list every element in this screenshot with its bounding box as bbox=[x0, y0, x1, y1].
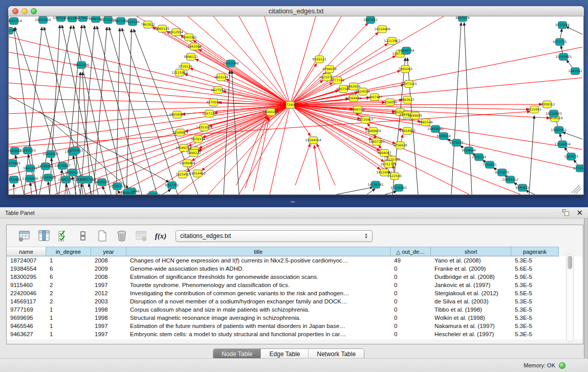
table-cell[interactable]: Stergiakouli et al. (2012) bbox=[431, 289, 511, 297]
table-cell[interactable]: 0 bbox=[390, 314, 431, 322]
table-cell[interactable]: Tourette syndrome. Phenomenology and cla… bbox=[126, 281, 390, 289]
table-cell[interactable]: 5.3E-5 bbox=[511, 297, 559, 305]
graph-node[interactable]: 20691406 bbox=[35, 16, 51, 24]
graph-node[interactable]: 9474444 bbox=[462, 147, 476, 154]
table-cell[interactable]: 9463627 bbox=[7, 330, 46, 338]
graph-node[interactable]: 8912954 bbox=[169, 29, 183, 36]
table-cell[interactable]: 6 bbox=[46, 273, 91, 281]
select-checks-icon[interactable] bbox=[57, 229, 70, 243]
network-window-titlebar[interactable]: citations_edges.txt bbox=[8, 6, 584, 16]
table-cell[interactable]: 5.3E-5 bbox=[511, 305, 559, 314]
table-cell[interactable]: Jankovic et al. (1997) bbox=[431, 281, 511, 289]
table-cell[interactable]: 5.9E-5 bbox=[511, 273, 559, 281]
table-row[interactable]: 2242004622012Investigating the contribut… bbox=[7, 289, 583, 297]
table-cell[interactable]: 1 bbox=[46, 314, 91, 322]
column-header-title[interactable]: title bbox=[126, 247, 390, 256]
table-cell[interactable]: 5.3E-5 bbox=[511, 322, 559, 330]
graph-node[interactable]: 9558121 bbox=[312, 56, 326, 63]
table-cell[interactable]: 1 bbox=[46, 330, 91, 338]
table-cell[interactable]: 1 bbox=[46, 256, 91, 265]
graph-node[interactable]: 8938914 bbox=[437, 133, 451, 140]
table-cell[interactable]: 0 bbox=[390, 273, 431, 281]
table-cell[interactable]: 9699695 bbox=[7, 314, 46, 322]
table-cell[interactable]: 1 bbox=[46, 322, 91, 330]
table-cell[interactable]: 18300295 bbox=[7, 273, 46, 281]
graph-node[interactable]: 16782753 bbox=[109, 183, 125, 190]
table-row[interactable]: 977716911998Corpus callosum shape and si… bbox=[7, 305, 583, 314]
table-cell[interactable]: 0 bbox=[390, 289, 431, 297]
table-cell[interactable]: 6 bbox=[46, 265, 91, 273]
graph-node[interactable]: 17016504 bbox=[554, 141, 571, 148]
graph-node[interactable]: 15958112 bbox=[539, 101, 555, 108]
table-cell[interactable]: 9777169 bbox=[7, 305, 46, 314]
graph-node[interactable]: 12215963 bbox=[171, 69, 188, 76]
graph-node[interactable]: 9267150 bbox=[202, 110, 216, 117]
table-cell[interactable]: 1997 bbox=[91, 322, 126, 330]
graph-node[interactable]: 7581459 bbox=[146, 191, 160, 195]
graph-node[interactable]: 20653190 bbox=[73, 61, 90, 69]
graph-node[interactable]: 9272725 bbox=[553, 38, 567, 46]
new-document-icon[interactable] bbox=[96, 229, 109, 243]
table-cell[interactable]: Tibbo et al. (1998) bbox=[431, 305, 511, 314]
table-row[interactable]: 1872400712008Changes of HCN gene express… bbox=[7, 256, 583, 265]
graph-node[interactable]: 20206505 bbox=[42, 150, 59, 158]
tab-edge-table[interactable]: Edge Table bbox=[261, 349, 309, 359]
table-cell[interactable]: Dudbridge et al. (2008) bbox=[431, 273, 511, 281]
table-cell[interactable]: Nakamura et al. (1997) bbox=[431, 322, 511, 330]
memory-ok-icon[interactable] bbox=[559, 362, 565, 369]
graph-node[interactable]: 15692961 bbox=[551, 126, 567, 134]
graph-node[interactable]: 16409540 bbox=[427, 125, 444, 133]
table-cell[interactable]: Structural magnetic resonance image aver… bbox=[126, 314, 390, 322]
table-cell[interactable]: 0 bbox=[390, 297, 431, 305]
graph-node[interactable]: 8471670 bbox=[495, 169, 509, 176]
table-cell[interactable]: 2012 bbox=[91, 289, 126, 297]
graph-node[interactable]: 7632621 bbox=[483, 161, 497, 168]
graph-node[interactable]: 8660128 bbox=[155, 25, 169, 32]
table-cell[interactable]: Franke et al. (2009) bbox=[431, 265, 511, 273]
split-pane-grip[interactable] bbox=[290, 201, 296, 206]
graph-node[interactable]: 9245652 bbox=[515, 184, 530, 191]
column-header-in_degree[interactable]: in_degree bbox=[46, 247, 91, 256]
close-window-icon[interactable] bbox=[12, 8, 18, 14]
citation-graph[interactable]: 1405571420691406199351711065328715276021… bbox=[9, 16, 583, 195]
table-cell[interactable]: 0 bbox=[390, 322, 431, 330]
table-row[interactable]: 946554611997Estimation of the future num… bbox=[7, 322, 583, 330]
graph-node[interactable]: 16151720 bbox=[380, 161, 397, 168]
graph-node[interactable]: 15293210 bbox=[19, 147, 36, 154]
column-header-out_degree[interactable]: △ out_de… bbox=[390, 247, 431, 256]
table-cell[interactable]: 5.5E-5 bbox=[511, 289, 559, 297]
table-cell[interactable]: 9465546 bbox=[7, 322, 46, 330]
graph-node[interactable]: 8215953 bbox=[527, 106, 541, 113]
graph-node[interactable]: 13353554 bbox=[196, 124, 212, 131]
graph-node[interactable]: 2603144 bbox=[214, 74, 228, 81]
table-cell[interactable]: Embryonic stem cells: a model to study s… bbox=[126, 330, 390, 338]
table-cell[interactable]: 5.3E-5 bbox=[511, 314, 559, 322]
table-cell[interactable]: 2008 bbox=[91, 273, 126, 281]
table-cell[interactable]: 2 bbox=[46, 281, 91, 289]
graph-node[interactable]: 2342004 bbox=[187, 43, 202, 50]
table-cell[interactable]: 1998 bbox=[91, 314, 126, 322]
graph-node[interactable]: 6479197 bbox=[449, 139, 464, 146]
graph-node[interactable]: 9463627 bbox=[400, 96, 415, 103]
column-header-pagerank[interactable]: pagerank bbox=[511, 247, 559, 256]
network-canvas[interactable]: 1405571420691406199351711065328715276021… bbox=[8, 16, 584, 195]
table-cell[interactable]: Estimation of the future numbers of pati… bbox=[126, 322, 390, 330]
table-cell[interactable]: 0 bbox=[390, 281, 431, 289]
table-cell[interactable]: 14569117 bbox=[7, 297, 46, 305]
graph-node[interactable]: 1187533 bbox=[564, 153, 578, 160]
graph-node[interactable]: 9084067 bbox=[377, 149, 391, 157]
tab-node-table[interactable]: Node Table bbox=[213, 349, 262, 359]
graph-node[interactable]: 10654112 bbox=[502, 176, 518, 183]
table-cell[interactable]: 5.3E-5 bbox=[511, 330, 559, 338]
graph-node[interactable]: 18807293 bbox=[368, 138, 385, 145]
table-options-icon[interactable] bbox=[18, 229, 31, 243]
table-cell[interactable]: Genome-wide association studies in ADHD. bbox=[126, 265, 390, 273]
graph-node[interactable]: 3915400 bbox=[9, 176, 21, 183]
graph-node[interactable]: 12213967 bbox=[384, 37, 400, 45]
graph-node[interactable]: 7485063 bbox=[398, 65, 412, 73]
table-cell[interactable]: 18724007 bbox=[7, 256, 46, 265]
table-cell[interactable]: 0 bbox=[390, 305, 431, 314]
graph-node[interactable]: 20364436 bbox=[345, 95, 362, 102]
table-cell[interactable]: 2 bbox=[46, 297, 91, 305]
graph-node[interactable]: 7625402 bbox=[176, 171, 190, 178]
